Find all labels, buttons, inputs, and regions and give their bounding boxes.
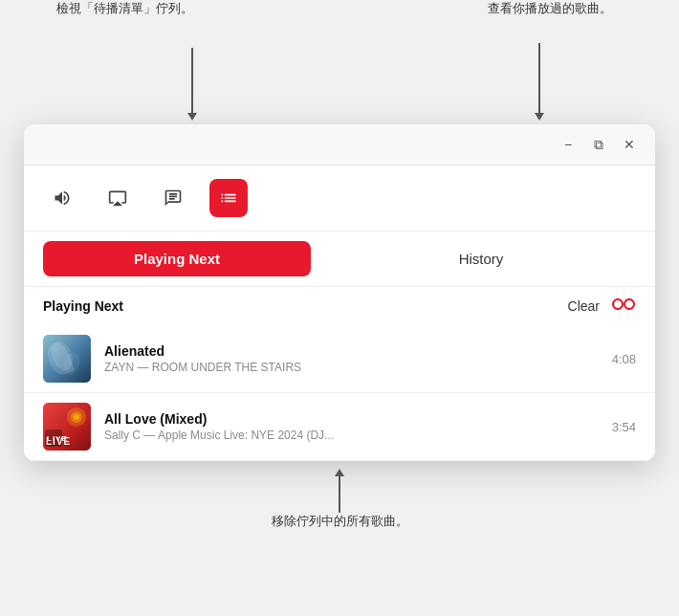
toolbar xyxy=(24,165,655,231)
volume-icon xyxy=(53,188,72,208)
svg-rect-4 xyxy=(45,429,62,447)
song-meta-alienated: ZAYN — ROOM UNDER THE STAIRS xyxy=(104,361,601,374)
queue-button[interactable] xyxy=(209,179,248,217)
svg-rect-0 xyxy=(43,335,91,383)
speech-bubble-button[interactable] xyxy=(154,179,192,217)
tab-history[interactable]: History xyxy=(326,241,636,276)
titlebar: − ⧉ ✕ xyxy=(24,124,655,165)
song-name-alienated: Alienated xyxy=(104,343,601,359)
infinity-icon xyxy=(611,298,636,314)
queue-header: Playing Next Clear xyxy=(24,287,655,325)
song-item-all-love[interactable]: LIVE All Love (Mixed) Sally C — Apple Mu… xyxy=(24,393,655,461)
tab-playing-next[interactable]: Playing Next xyxy=(43,241,311,276)
bottom-annotation: 移除佇列中的所有歌曲。 xyxy=(24,461,655,530)
song-meta-all-love: Sally C — Apple Music Live: NYE 2024 (DJ… xyxy=(104,429,601,442)
song-info-alienated: Alienated ZAYN — ROOM UNDER THE STAIRS xyxy=(104,343,601,374)
song-info-all-love: All Love (Mixed) Sally C — Apple Music L… xyxy=(104,411,601,442)
bottom-annotation-text: 移除佇列中的所有歌曲。 xyxy=(272,513,408,530)
arrow-left xyxy=(191,48,193,115)
arrow-bottom xyxy=(339,474,340,513)
song-duration-alienated: 4:08 xyxy=(612,352,636,366)
close-button[interactable]: ✕ xyxy=(619,134,640,155)
fullscreen-button[interactable]: ⧉ xyxy=(588,134,609,155)
annotation-left: 檢視「待播清單」佇列。 xyxy=(48,0,201,17)
volume-button[interactable] xyxy=(43,179,81,217)
song-list: Alienated ZAYN — ROOM UNDER THE STAIRS 4… xyxy=(24,325,655,461)
annotation-right: 查看你播放過的歌曲。 xyxy=(488,0,622,17)
song-name-all-love: All Love (Mixed) xyxy=(104,411,601,427)
main-window: − ⧉ ✕ Pla xyxy=(24,124,655,461)
queue-icon xyxy=(219,188,238,208)
speech-bubble-icon xyxy=(164,188,183,208)
album-art-svg-alienated xyxy=(43,335,91,383)
arrow-right xyxy=(538,43,540,115)
window-controls: − ⧉ ✕ xyxy=(558,134,640,155)
queue-title: Playing Next xyxy=(43,298,568,314)
svg-point-8 xyxy=(74,414,79,420)
clear-button[interactable]: Clear xyxy=(568,298,600,314)
song-item-alienated[interactable]: Alienated ZAYN — ROOM UNDER THE STAIRS 4… xyxy=(24,325,655,393)
album-art-svg-all-love: LIVE xyxy=(43,403,91,451)
song-duration-all-love: 3:54 xyxy=(612,420,636,434)
tab-bar: Playing Next History xyxy=(24,231,655,287)
svg-text:LIVE: LIVE xyxy=(47,434,68,443)
annotations-area: 檢視「待播清單」佇列。 查看你播放過的歌曲。 xyxy=(0,0,679,124)
airplay-icon xyxy=(108,188,127,208)
airplay-button[interactable] xyxy=(99,179,137,217)
minimize-button[interactable]: − xyxy=(558,134,579,155)
bottom-annot-wrap: 移除佇列中的所有歌曲。 xyxy=(272,474,408,530)
album-art-all-love: LIVE xyxy=(43,403,91,451)
svg-rect-3 xyxy=(43,403,91,451)
infinity-button[interactable] xyxy=(611,298,636,314)
album-art-alienated xyxy=(43,335,91,383)
